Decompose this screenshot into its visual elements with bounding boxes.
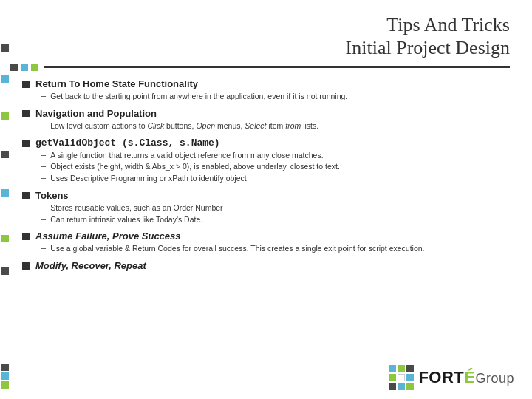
logo-cell-1 [389,365,396,372]
dash-icon-3: – [41,150,46,159]
bullet-assume-failure [22,233,30,240]
title-navigation: Navigation and Population [35,108,510,119]
divider-line [44,66,510,68]
divider-sq-1 [10,64,18,71]
dash-icon-4: – [41,161,46,170]
bl-sq-2 [1,372,9,380]
section-modify-recover: Modify, Recover, Repeat [22,260,510,273]
sub-tokens-1: – Stores reusable values, such as an Ord… [35,202,510,214]
title-getvalidobject: getValidObject (s.Class, s.Name) [35,137,510,149]
page-title: Tips And Tricks Initial Project Design [22,13,510,59]
logo-cell-7 [389,383,396,390]
sub-text-getvalid-2: Object exists (height, width & Abs_x > 0… [50,161,340,172]
bullet-modify-recover [22,262,30,270]
divider-row [0,64,532,71]
bullet-getvalidobject [22,140,30,147]
header: Tips And Tricks Initial Project Design [0,0,532,64]
dash-icon-2: – [41,120,46,129]
dash-icon-7: – [41,214,46,223]
section-return-home: Return To Home State Functionality – Get… [22,78,510,102]
dash-icon-6: – [41,202,46,211]
logo-grid [389,365,414,390]
logo-cell-6 [406,374,414,381]
section-content-getvalidobject: getValidObject (s.Class, s.Name) – A sin… [35,137,510,184]
left-sq-6 [1,235,9,242]
bullet-navigation [22,110,30,117]
sub-getvalid-1: – A single function that returns a valid… [35,150,510,161]
section-content-tokens: Tokens – Stores reusable values, such as… [35,190,510,225]
logo-cell-9 [406,383,414,390]
sub-text-navigation-1: Low level custom actions to Click button… [50,120,318,132]
section-content-assume-failure: Assume Failure, Prove Success – Use a gl… [35,231,510,254]
logo-text: FORTÉGroup [418,369,514,386]
sub-text-getvalid-1: A single function that returns a valid o… [50,150,323,161]
sub-navigation-1: – Low level custom actions to Click butt… [35,120,510,132]
bl-sq-1 [1,364,9,371]
title-return-home: Return To Home State Functionality [35,78,510,89]
left-decorative-squares [0,44,10,276]
divider-sq-2 [21,64,28,71]
left-sq-7 [1,267,9,275]
logo-cell-5 [398,374,405,381]
title-modify-recover: Modify, Recover, Repeat [35,260,510,271]
logo-cell-2 [398,365,405,372]
sub-return-home-1: – Get back to the starting point from an… [35,91,510,102]
bottom-left-squares [1,364,9,389]
sub-text-tokens-2: Can return intrinsic values like Today's… [50,214,202,225]
divider-squares [10,64,38,71]
section-getvalidobject: getValidObject (s.Class, s.Name) – A sin… [22,137,510,184]
section-content-modify-recover: Modify, Recover, Repeat [35,260,510,273]
section-assume-failure: Assume Failure, Prove Success – Use a gl… [22,231,510,254]
forte-name: FORTÉGroup [418,369,514,386]
dash-icon-8: – [41,243,46,252]
section-content-return-home: Return To Home State Functionality – Get… [35,78,510,102]
section-navigation: Navigation and Population – Low level cu… [22,108,510,132]
left-sq-3 [1,112,9,120]
sub-getvalid-2: – Object exists (height, width & Abs_x >… [35,161,510,172]
sub-assume-1: – Use a global variable & Return Codes f… [35,243,510,254]
logo-cell-4 [389,374,396,381]
title-tokens: Tokens [35,190,510,201]
sub-text-tokens-1: Stores reusable values, such as an Order… [50,202,222,214]
left-sq-2 [1,75,9,83]
title-assume-failure: Assume Failure, Prove Success [35,231,510,242]
divider-sq-3 [31,64,38,71]
sub-getvalid-3: – Uses Descriptive Programming or xPath … [35,173,510,184]
sub-text-assume-1: Use a global variable & Return Codes for… [50,243,424,254]
section-tokens: Tokens – Stores reusable values, such as… [22,190,510,225]
sub-tokens-2: – Can return intrinsic values like Today… [35,214,510,225]
sub-text-getvalid-3: Uses Descriptive Programming or xPath to… [50,173,247,184]
main-content: Return To Home State Functionality – Get… [0,78,532,273]
left-sq-1 [1,44,9,52]
bullet-return-home [22,81,30,88]
logo-cell-8 [398,383,405,390]
forte-accent-char: É [464,368,475,386]
bullet-tokens [22,192,30,200]
logo-cell-3 [406,365,414,372]
left-sq-5 [1,189,9,197]
dash-icon: – [41,91,46,100]
sub-text-return-home-1: Get back to the starting point from anyw… [50,91,347,102]
bl-sq-3 [1,381,9,389]
left-sq-4 [1,151,9,158]
section-content-navigation: Navigation and Population – Low level cu… [35,108,510,132]
dash-icon-5: – [41,173,46,182]
forte-logo: FORTÉGroup [389,365,514,390]
